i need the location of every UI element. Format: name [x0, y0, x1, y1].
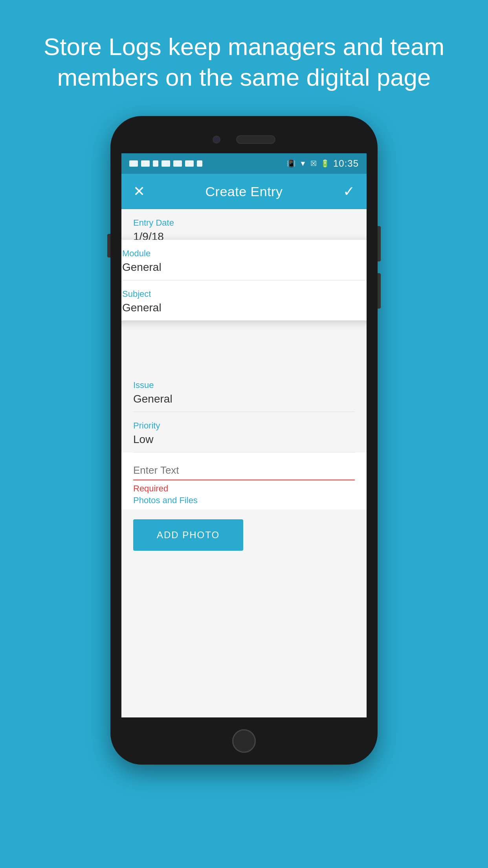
status-bar: 📳 ▼ ☒ 🔋 10:35: [121, 153, 367, 174]
entry-date-label: Entry Date: [133, 218, 355, 228]
notification-icon-2: [141, 160, 150, 167]
power-button: [378, 226, 381, 261]
home-button[interactable]: [232, 729, 256, 753]
status-icons-right: 📳 ▼ ☒ 🔋 10:35: [287, 158, 359, 169]
phone-mockup: 📳 ▼ ☒ 🔋 10:35 ✕ Create Entry ✓ Entry Dat…: [110, 116, 378, 765]
notification-icon-5: [173, 160, 182, 167]
close-button[interactable]: ✕: [133, 183, 145, 200]
issue-field: Issue General: [121, 371, 367, 412]
module-label: Module: [122, 248, 367, 259]
phone-top-bar: [110, 116, 378, 159]
wifi-icon: ▼: [299, 160, 306, 168]
notification-icon-4: [161, 160, 170, 167]
priority-value[interactable]: Low: [133, 433, 355, 446]
phone-screen: 📳 ▼ ☒ 🔋 10:35 ✕ Create Entry ✓ Entry Dat…: [121, 153, 367, 717]
notification-icon-1: [129, 160, 138, 167]
issue-value[interactable]: General: [133, 393, 355, 405]
form-container: Entry Date 1/9/18 Module General Subject…: [121, 209, 367, 717]
speaker-grille: [236, 135, 275, 144]
module-field: Module General: [121, 240, 367, 280]
issue-label: Issue: [133, 380, 355, 390]
volume-button: [107, 234, 110, 257]
subject-label: Subject: [122, 289, 367, 299]
clock: 10:35: [333, 158, 359, 169]
module-value[interactable]: General: [122, 261, 367, 274]
hero-title: Store Logs keep managers and team member…: [0, 0, 488, 116]
front-camera: [213, 136, 220, 143]
volume-down-button: [378, 273, 381, 309]
priority-label: Priority: [133, 421, 355, 431]
battery-icon: 🔋: [321, 159, 329, 168]
text-entry-input[interactable]: [133, 464, 355, 480]
priority-field: Priority Low: [121, 412, 367, 452]
issue-field-wrapper: Issue General Priority Low: [121, 371, 367, 452]
subject-value[interactable]: General: [122, 302, 367, 314]
notification-icon-6: [185, 160, 194, 167]
toolbar-title: Create Entry: [205, 184, 283, 199]
vibrate-icon: 📳: [287, 159, 295, 168]
app-toolbar: ✕ Create Entry ✓: [121, 174, 367, 209]
add-photo-button[interactable]: ADD PHOTO: [133, 519, 243, 551]
floating-dropdown-card: Module General Subject General: [121, 240, 367, 321]
subject-field: Subject General: [121, 280, 367, 321]
status-icons-left: [129, 160, 202, 167]
screen-content: 📳 ▼ ☒ 🔋 10:35 ✕ Create Entry ✓ Entry Dat…: [121, 153, 367, 717]
text-entry-section: Required Photos and Files: [121, 452, 367, 509]
photos-files-link[interactable]: Photos and Files: [133, 495, 355, 506]
notification-icon-3: [153, 160, 158, 167]
required-indicator: Required: [133, 484, 355, 494]
confirm-button[interactable]: ✓: [343, 183, 355, 200]
signal-icon: ☒: [310, 159, 317, 168]
notification-icon-7: [197, 160, 202, 167]
phone-home-bar: [110, 717, 378, 765]
